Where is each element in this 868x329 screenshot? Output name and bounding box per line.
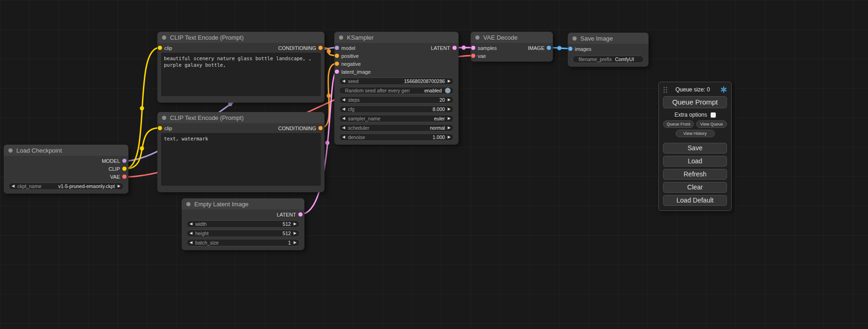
input-slot-clip[interactable]: clip bbox=[158, 126, 172, 131]
output-dot-latent[interactable] bbox=[452, 46, 457, 50]
output-dot-vae[interactable] bbox=[122, 175, 127, 179]
output-dot-latent[interactable] bbox=[298, 212, 303, 217]
output-dot-conditioning[interactable] bbox=[318, 126, 323, 130]
input-dot-vae[interactable] bbox=[471, 54, 475, 58]
widget-height[interactable]: ◀ height 512 ▶ bbox=[186, 230, 300, 237]
decrement-arrow-icon[interactable]: ◀ bbox=[190, 222, 192, 226]
input-dot-samples[interactable] bbox=[471, 46, 475, 50]
load-default-button[interactable]: Load Default bbox=[663, 195, 727, 206]
input-dot-clip[interactable] bbox=[158, 46, 162, 50]
node-title-bar[interactable]: Load Checkpoint bbox=[4, 145, 128, 156]
toggle-knob-icon[interactable] bbox=[445, 88, 451, 93]
widget-seed[interactable]: ◀ seed 156680208700286 ▶ bbox=[339, 77, 454, 85]
graph-canvas[interactable]: Load Checkpoint MODEL CLIP VAE bbox=[0, 0, 868, 329]
decrement-arrow-icon[interactable]: ◀ bbox=[342, 107, 345, 111]
collapse-dot-icon[interactable] bbox=[8, 148, 13, 153]
save-button[interactable]: Save bbox=[663, 143, 727, 154]
decrement-arrow-icon[interactable]: ◀ bbox=[190, 241, 192, 245]
widget-denoise[interactable]: ◀ denoise 1.000 ▶ bbox=[339, 133, 454, 141]
input-slot-negative[interactable]: negative bbox=[335, 61, 361, 67]
increment-arrow-icon[interactable]: ▶ bbox=[294, 222, 296, 226]
refresh-button[interactable]: Refresh bbox=[663, 169, 727, 180]
increment-arrow-icon[interactable]: ▶ bbox=[448, 98, 451, 102]
increment-arrow-icon[interactable]: ▶ bbox=[448, 107, 451, 111]
output-dot-conditioning[interactable] bbox=[318, 46, 323, 50]
input-slot-clip[interactable]: clip bbox=[158, 45, 172, 51]
input-dot-positive[interactable] bbox=[335, 54, 339, 58]
view-queue-button[interactable]: View Queue bbox=[696, 120, 727, 128]
input-slot-vae[interactable]: vae bbox=[471, 53, 486, 59]
input-dot-clip[interactable] bbox=[158, 126, 162, 130]
output-dot-clip[interactable] bbox=[122, 167, 127, 171]
input-slot-samples[interactable]: samples bbox=[471, 45, 497, 51]
next-arrow-icon[interactable]: ▶ bbox=[118, 184, 120, 188]
decrement-arrow-icon[interactable]: ◀ bbox=[342, 98, 345, 102]
output-slot-latent[interactable]: LATENT bbox=[277, 212, 303, 217]
node-save-image[interactable]: Save Image images filename_prefix ComfyU… bbox=[568, 33, 649, 67]
node-ksampler[interactable]: KSampler model LATENT positive bbox=[334, 32, 459, 145]
input-dot-latent-image[interactable] bbox=[335, 70, 339, 74]
node-title-bar[interactable]: CLIP Text Encode (Prompt) bbox=[157, 32, 325, 43]
output-slot-vae[interactable]: VAE bbox=[110, 174, 127, 180]
increment-arrow-icon[interactable]: ▶ bbox=[294, 241, 296, 245]
input-slot-images[interactable]: images bbox=[568, 46, 591, 52]
output-slot-conditioning[interactable]: CONDITIONING bbox=[278, 126, 323, 131]
decrement-arrow-icon[interactable]: ◀ bbox=[342, 135, 345, 139]
widget-sampler-name[interactable]: ◀ sampler_name euler ▶ bbox=[339, 115, 454, 122]
decrement-arrow-icon[interactable]: ◀ bbox=[190, 231, 192, 235]
node-empty-latent-image[interactable]: Empty Latent Image LATENT ◀ width 512 ▶ … bbox=[182, 198, 304, 250]
collapse-dot-icon[interactable] bbox=[339, 35, 343, 40]
widget-batch-size[interactable]: ◀ batch_size 1 ▶ bbox=[186, 239, 300, 246]
prev-arrow-icon[interactable]: ◀ bbox=[342, 117, 345, 120]
next-arrow-icon[interactable]: ▶ bbox=[448, 117, 451, 120]
widget-width[interactable]: ◀ width 512 ▶ bbox=[186, 220, 300, 228]
output-slot-conditioning[interactable]: CONDITIONING bbox=[278, 45, 323, 51]
widget-cfg[interactable]: ◀ cfg 8.000 ▶ bbox=[339, 105, 454, 113]
input-dot-negative[interactable] bbox=[335, 62, 339, 66]
decrement-arrow-icon[interactable]: ◀ bbox=[342, 79, 345, 83]
output-slot-latent[interactable]: LATENT bbox=[431, 45, 457, 51]
widget-ckpt-name[interactable]: ◀ ckpt_name v1-5-pruned-emaonly.ckpt ▶ bbox=[8, 182, 124, 190]
extra-options-checkbox[interactable] bbox=[711, 112, 716, 118]
node-title-bar[interactable]: KSampler bbox=[334, 32, 459, 43]
collapse-dot-icon[interactable] bbox=[186, 202, 191, 206]
output-dot-image[interactable] bbox=[547, 46, 551, 50]
prev-arrow-icon[interactable]: ◀ bbox=[342, 126, 345, 130]
node-title-bar[interactable]: Empty Latent Image bbox=[182, 198, 304, 210]
widget-steps[interactable]: ◀ steps 20 ▶ bbox=[339, 96, 454, 104]
queue-prompt-button[interactable]: Queue Prompt bbox=[663, 96, 727, 108]
drag-handle-icon[interactable] bbox=[663, 87, 665, 88]
increment-arrow-icon[interactable]: ▶ bbox=[294, 231, 296, 235]
node-vae-decode[interactable]: VAE Decode samples IMAGE vae bbox=[471, 32, 553, 62]
widget-filename-prefix[interactable]: filename_prefix ComfyUI bbox=[572, 56, 644, 63]
positive-prompt-textarea[interactable]: beautiful scenery nature glass bottle la… bbox=[161, 53, 321, 96]
increment-arrow-icon[interactable]: ▶ bbox=[448, 135, 451, 139]
increment-arrow-icon[interactable]: ▶ bbox=[448, 79, 451, 83]
input-dot-model[interactable] bbox=[335, 46, 339, 50]
output-slot-clip[interactable]: CLIP bbox=[109, 166, 127, 172]
clear-button[interactable]: Clear bbox=[663, 182, 727, 193]
settings-gear-icon[interactable] bbox=[720, 86, 727, 93]
negative-prompt-textarea[interactable]: text, watermark bbox=[161, 133, 321, 186]
collapse-dot-icon[interactable] bbox=[162, 35, 166, 40]
input-slot-latent-image[interactable]: latent_image bbox=[335, 69, 371, 75]
output-dot-model[interactable] bbox=[122, 159, 127, 163]
input-dot-images[interactable] bbox=[568, 47, 572, 51]
input-slot-model[interactable]: model bbox=[335, 45, 355, 51]
node-title-bar[interactable]: CLIP Text Encode (Prompt) bbox=[157, 112, 325, 123]
node-title-bar[interactable]: VAE Decode bbox=[471, 32, 553, 43]
output-slot-image[interactable]: IMAGE bbox=[528, 45, 551, 51]
load-button[interactable]: Load bbox=[663, 156, 727, 167]
input-slot-positive[interactable]: positive bbox=[335, 53, 359, 59]
queue-front-button[interactable]: Queue Front bbox=[663, 120, 694, 128]
prev-arrow-icon[interactable]: ◀ bbox=[12, 184, 14, 188]
node-clip-text-encode-negative[interactable]: CLIP Text Encode (Prompt) clip CONDITION… bbox=[157, 112, 325, 192]
node-title-bar[interactable]: Save Image bbox=[568, 33, 649, 44]
node-load-checkpoint[interactable]: Load Checkpoint MODEL CLIP VAE bbox=[4, 145, 128, 194]
next-arrow-icon[interactable]: ▶ bbox=[448, 126, 451, 130]
view-history-button[interactable]: View History bbox=[676, 130, 715, 137]
widget-random-seed-toggle[interactable]: Random seed after every gen enabled bbox=[339, 87, 454, 94]
node-clip-text-encode-positive[interactable]: CLIP Text Encode (Prompt) clip CONDITION… bbox=[157, 32, 325, 103]
collapse-dot-icon[interactable] bbox=[475, 35, 480, 40]
output-slot-model[interactable]: MODEL bbox=[102, 158, 127, 164]
